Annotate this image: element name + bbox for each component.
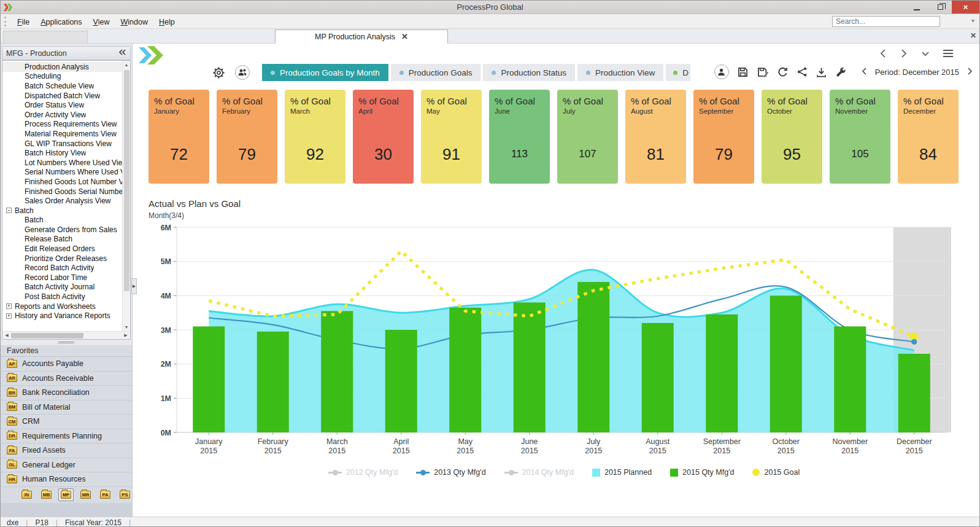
chevron-down-icon[interactable] (920, 49, 930, 58)
refresh-icon[interactable] (777, 66, 789, 78)
scroll-right-icon[interactable]: ▶ (122, 333, 130, 338)
tree-item-batch[interactable]: −Batch (2, 206, 130, 216)
favorite-item-accounts-payable[interactable]: APAccounts Payable (1, 357, 132, 372)
scrollbar-thumb[interactable] (124, 70, 129, 291)
menu-item-file[interactable]: File (12, 16, 35, 28)
search-dropdown-caret[interactable]: ▾ (971, 17, 974, 24)
tree-item-order-activity-view[interactable]: Order Activity View (2, 110, 130, 120)
panel-splitter-handle[interactable]: ▶ (131, 278, 137, 294)
scroll-up-icon[interactable]: ▲ (125, 61, 129, 69)
tools-wrench-icon[interactable] (835, 66, 847, 78)
legend-2014-qty-mfg-d[interactable]: 2014 Qty Mfg'd (504, 468, 574, 477)
search-input[interactable] (832, 16, 940, 27)
tree-item-process-requirements-view[interactable]: Process Requirements View (2, 120, 130, 130)
tree-item-sales-order-analysis-view[interactable]: Sales Order Analysis View (2, 196, 130, 206)
menu-item-applications[interactable]: Applications (35, 16, 87, 28)
settings-gear-icon[interactable] (212, 66, 225, 79)
tree-item-material-requirements-view[interactable]: Material Requirements View (2, 129, 130, 139)
favorite-item-crm[interactable]: CMCRM (1, 415, 132, 429)
legend-2012-qty-mfg-d[interactable]: 2012 Qty Mfg'd (328, 468, 398, 477)
tree-item-edit-released-orders[interactable]: Edit Released Orders (2, 244, 130, 254)
menu-item-help[interactable]: Help (153, 16, 180, 28)
tree-item-history-and-variance-reports[interactable]: +History and Variance Reports (2, 311, 130, 321)
module-icon-ps[interactable]: PS (117, 488, 132, 501)
restore-button[interactable] (928, 1, 952, 14)
tree-item-generate-orders-from-sales[interactable]: Generate Orders from Sales (2, 225, 130, 235)
nav-back-icon[interactable] (879, 49, 887, 58)
tree-item-serial-numbers-where-used-view[interactable]: Serial Numbers Where Used View (2, 168, 130, 178)
menu-item-view[interactable]: View (88, 16, 115, 28)
save-icon[interactable] (737, 66, 749, 78)
tab-production-view[interactable]: Production View (577, 64, 663, 81)
legend-2015-qty-mfg-d[interactable]: 2015 Qty Mfg'd (670, 468, 734, 477)
legend-2015-planned[interactable]: 2015 Planned (592, 468, 652, 477)
nav-forward-icon[interactable] (900, 49, 908, 58)
tree-item-reports-and-worksheets[interactable]: +Reports and Worksheets (2, 302, 130, 311)
minimize-button[interactable] (905, 1, 928, 14)
close-button[interactable]: × (952, 1, 979, 14)
bar-march (321, 311, 353, 432)
expand-icon[interactable]: + (6, 303, 12, 309)
period-next-icon[interactable] (966, 67, 973, 77)
scroll-left-icon[interactable]: ◀ (2, 333, 11, 338)
favorite-item-bill-of-material[interactable]: BMBill of Material (1, 400, 132, 415)
svg-text:February: February (258, 437, 289, 446)
tree-item-order-status-view[interactable]: Order Status View (2, 100, 130, 110)
tree-item-record-batch-activity[interactable]: Record Batch Activity (2, 263, 130, 273)
kpi-card-value: 30 (358, 129, 408, 164)
favorite-item-fixed-assets[interactable]: FAFixed Assets (1, 443, 132, 458)
tree-item-scheduling[interactable]: Scheduling (2, 72, 130, 82)
favorite-item-general-ledger[interactable]: GLGeneral Ledger (1, 458, 132, 473)
tree-item-record-labor-time[interactable]: Record Labor Time (2, 273, 130, 283)
tree-horizontal-scrollbar[interactable]: ◀ ▶ (2, 331, 130, 339)
sidebar-splitter[interactable] (1, 340, 132, 345)
tree-item-dispatched-batch-view[interactable]: Dispatched Batch View (2, 91, 130, 101)
share-icon[interactable] (797, 66, 808, 77)
tab-production-status[interactable]: Production Status (483, 64, 575, 81)
user-profile-icon[interactable] (714, 64, 729, 79)
tabstrip-close-icon[interactable]: ✕ (970, 31, 976, 40)
users-icon[interactable] (235, 65, 250, 80)
tree-item-batch-activity-journal[interactable]: Batch Activity Journal (2, 283, 130, 292)
tab-production-goals[interactable]: Production Goals (391, 64, 481, 81)
module-icon-pa[interactable]: PA (98, 488, 113, 501)
legend-2015-goal[interactable]: 2015 Goal (752, 468, 800, 477)
scrollbar-thumb[interactable] (11, 333, 83, 338)
download-icon[interactable] (816, 66, 827, 78)
tree-item-batch-history-view[interactable]: Batch History View (2, 148, 130, 158)
favorite-item-bank-reconciliation[interactable]: BRBank Reconciliation (1, 386, 132, 400)
favorite-item-requirements-planning[interactable]: DRRequirements Planning (1, 429, 132, 444)
tree-item-lot-numbers-where-used-view[interactable]: Lot Numbers Where Used View (2, 158, 130, 168)
expand-icon[interactable]: + (6, 313, 12, 319)
tree-item-gl-wip-transactions-view[interactable]: GL WIP Transactions View (2, 139, 130, 149)
period-prev-icon[interactable] (861, 67, 868, 77)
favorite-item-accounts-receivable[interactable]: ARAccounts Receivable (1, 372, 132, 386)
tree-item-batch[interactable]: Batch (2, 216, 130, 225)
menu-hamburger-icon[interactable] (943, 49, 954, 58)
tab-production-goals-by-month[interactable]: Production Goals by Month (262, 64, 388, 81)
module-icon-mp[interactable]: MP (58, 488, 74, 501)
tab-close-icon[interactable]: ✕ (401, 32, 408, 41)
module-icon-in[interactable]: IN (19, 488, 34, 501)
menu-item-window[interactable]: Window (115, 16, 153, 28)
scroll-down-icon[interactable]: ▼ (125, 323, 129, 331)
module-icon-mb[interactable]: MB (39, 488, 54, 501)
tree-item-finished-goods-serial-number-view[interactable]: Finished Goods Serial Number View (2, 187, 130, 197)
tab-d[interactable]: D (666, 64, 690, 81)
module-icon-mr[interactable]: MR (78, 488, 93, 501)
tree-item-prioritize-order-releases[interactable]: Prioritize Order Releases (2, 254, 130, 264)
legend-line-marker-icon (416, 472, 430, 474)
kpi-card-title: % of Goal (835, 96, 885, 106)
collapse-icon[interactable]: − (6, 208, 12, 213)
legend-2013-qty-mfg-d[interactable]: 2013 Qty Mfg'd (416, 468, 485, 477)
tree-item-release-batch[interactable]: Release Batch (2, 235, 130, 244)
tree-vertical-scrollbar[interactable]: ▲ ▼ (122, 61, 130, 331)
collapse-panel-icon[interactable] (118, 49, 126, 58)
favorite-item-human-resources[interactable]: HRHuman Resources (1, 472, 132, 487)
tree-item-batch-schedule-view[interactable]: Batch Schedule View (2, 81, 130, 91)
tree-item-finished-goods-lot-number-view[interactable]: Finished Goods Lot Number View (2, 177, 130, 187)
tree-item-production-analysis[interactable]: Production Analysis (2, 62, 130, 72)
tree-item-post-batch-activity[interactable]: Post Batch Activity (2, 292, 130, 302)
save-as-icon[interactable] (757, 66, 769, 78)
document-tab[interactable]: MP Production Analysis ✕ (275, 29, 448, 44)
